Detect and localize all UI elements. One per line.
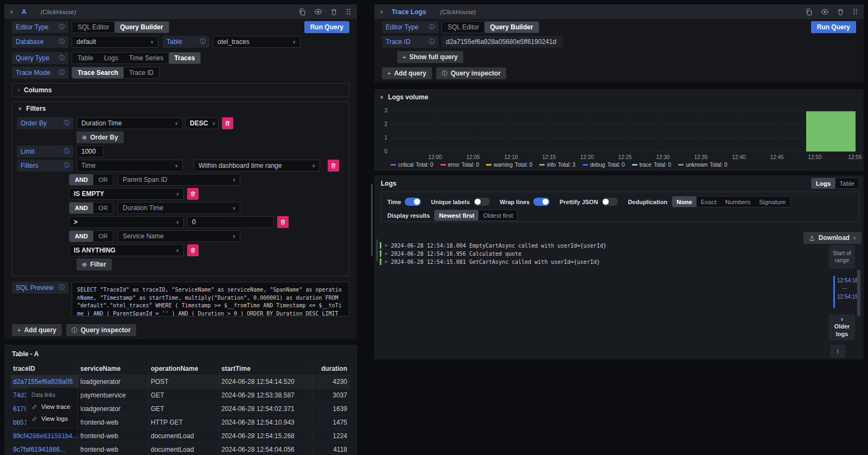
order-by-direction-select[interactable]: DESC∨ [185, 117, 219, 129]
bool-and[interactable]: AND [69, 203, 93, 213]
trace-id-input[interactable]: d2a7155ef6a928a05680e5ff6190241d [442, 36, 563, 48]
query-type-traces[interactable]: Traces [169, 53, 200, 64]
drag-handle-icon[interactable] [852, 8, 858, 15]
database-select[interactable]: default∨ [72, 36, 158, 48]
condition-operator-select[interactable]: >∨ [69, 216, 184, 228]
column-header-traceid[interactable]: traceID [11, 362, 78, 375]
order-by-field-select[interactable]: Duration Time∨ [76, 117, 183, 129]
column-header-operationname[interactable]: operationName [149, 362, 219, 375]
log-row[interactable]: > 2024-06-28 12:54:15.081 GetCartAsync c… [380, 258, 799, 266]
remove-order-by-button[interactable] [222, 117, 233, 129]
editor-type-query-builder[interactable]: Query Builder [484, 22, 538, 33]
editor-type-sql-editor[interactable]: SQL Editor [72, 22, 114, 33]
column-header-duration[interactable]: duration [312, 362, 350, 375]
add-filter-button[interactable]: ⊕Filter [76, 258, 112, 270]
remove-condition-button[interactable] [187, 244, 199, 256]
editor-type-query-builder[interactable]: Query Builder [114, 22, 168, 33]
legend-item[interactable]: unknownTotal: 0 [678, 162, 727, 168]
dedup-none[interactable]: None [672, 197, 697, 207]
legend-item[interactable]: traceTotal: 0 [632, 162, 671, 168]
trash-icon[interactable] [837, 8, 844, 16]
view-logs-menu-item[interactable]: View logs [27, 413, 78, 425]
query-ref-id[interactable]: A [22, 8, 27, 16]
bool-and[interactable]: AND [69, 231, 93, 242]
query-type-table[interactable]: Table [72, 53, 99, 64]
eye-icon[interactable] [821, 8, 829, 16]
filter-field-select[interactable]: Time∨ [76, 160, 183, 172]
info-icon[interactable]: ⓘ [64, 148, 70, 155]
condition-field-select[interactable]: Service Name∨ [118, 230, 240, 242]
volume-bar[interactable] [806, 111, 856, 151]
duplicate-icon[interactable] [805, 8, 813, 16]
download-button[interactable]: Download ∨ [803, 232, 861, 244]
wrap-lines-toggle[interactable] [533, 198, 550, 206]
display-newest-first[interactable]: Newest first [435, 210, 478, 220]
condition-operator-select[interactable]: IS ANYTHING∨ [69, 244, 184, 256]
show-full-query-button[interactable]: +Show full query [397, 51, 463, 63]
info-icon[interactable]: ⓘ [59, 23, 65, 31]
log-row[interactable]: > 2024-06-28 12:54:16.956 Calculated quo… [380, 250, 799, 257]
columns-section[interactable]: ›Columns [12, 83, 349, 97]
view-option-logs[interactable]: Logs [812, 178, 835, 188]
legend-item[interactable]: criticalTotal: 0 [391, 162, 433, 168]
editor-scrollbar[interactable] [371, 184, 373, 256]
collapse-chevron-icon[interactable]: ∨ [10, 9, 17, 15]
logs-volume-header[interactable]: ∨ Logs volume [380, 93, 428, 101]
filters-section-header[interactable]: ∨Filters [12, 102, 349, 115]
view-trace-menu-item[interactable]: View trace [27, 401, 78, 413]
legend-item[interactable]: errorTotal: 0 [441, 162, 479, 168]
info-icon[interactable]: ⓘ [200, 38, 206, 46]
trace-id-link[interactable]: d2a7155ef6a928a05 [11, 375, 78, 388]
add-order-by-button[interactable]: ⊕Order By [76, 131, 124, 143]
info-icon[interactable]: ⓘ [429, 38, 435, 46]
duplicate-icon[interactable] [298, 8, 306, 16]
remove-condition-button[interactable] [277, 216, 289, 228]
dedup-exact[interactable]: Exact [697, 197, 721, 207]
table-select[interactable]: otel_traces∨ [213, 36, 301, 48]
scroll-to-top-button[interactable]: ↑ [830, 345, 845, 358]
trace-id-link[interactable]: 9c7faf61941886... [11, 443, 78, 455]
display-oldest-first[interactable]: Oldest first [478, 210, 517, 220]
legend-item[interactable]: warningTotal: 0 [486, 162, 532, 168]
column-header-servicename[interactable]: serviceName [78, 362, 149, 375]
condition-field-select[interactable]: Duration Time∨ [118, 202, 240, 214]
bool-or[interactable]: OR [93, 231, 113, 242]
bool-or[interactable]: OR [93, 203, 113, 213]
log-expand-icon[interactable]: > [385, 251, 387, 256]
query-type-logs[interactable]: Logs [99, 53, 124, 64]
info-icon[interactable]: ⓘ [59, 69, 65, 77]
collapse-chevron-icon[interactable]: ∨ [380, 9, 387, 15]
run-query-button[interactable]: Run Query [811, 21, 856, 33]
info-icon[interactable]: ⓘ [429, 23, 435, 31]
limit-input[interactable]: 1000 [76, 146, 104, 157]
log-expand-icon[interactable]: > [385, 243, 387, 248]
time-range-select[interactable]: Within dashboard time range∨ [194, 160, 320, 172]
time-toggle[interactable] [405, 198, 421, 206]
info-icon[interactable]: ⓘ [64, 162, 70, 169]
condition-value-input[interactable]: 0 [187, 216, 274, 228]
trace-mode-trace-id[interactable]: Trace ID [124, 67, 159, 78]
trash-icon[interactable] [330, 8, 337, 16]
unique-labels-toggle[interactable] [474, 198, 490, 206]
query-title[interactable]: Trace Logs [392, 8, 426, 16]
run-query-button[interactable]: Run Query [304, 21, 349, 33]
info-icon[interactable]: ⓘ [59, 284, 65, 292]
log-row[interactable]: > 2024-06-28 12:54:18.004 EmptyCartAsync… [380, 242, 799, 249]
bool-and[interactable]: AND [69, 174, 93, 185]
view-option-table[interactable]: Table [835, 178, 859, 188]
dedup-numbers[interactable]: Numbers [721, 197, 755, 207]
info-icon[interactable]: ⓘ [64, 119, 70, 127]
log-expand-icon[interactable]: > [385, 259, 387, 264]
add-query-button[interactable]: +Add query [382, 67, 432, 79]
remove-condition-button[interactable] [187, 188, 199, 200]
legend-item[interactable]: debugTotal: 0 [583, 162, 625, 168]
condition-field-select[interactable]: Parent Span ID∨ [118, 174, 240, 186]
info-icon[interactable]: ⓘ [59, 38, 65, 46]
bool-or[interactable]: OR [93, 174, 113, 185]
trace-mode-trace-search[interactable]: Trace Search [72, 67, 124, 78]
logs-scrollbar[interactable] [857, 270, 860, 317]
query-inspector-button[interactable]: ⓘQuery inspector [436, 67, 506, 79]
trace-id-link[interactable]: 89cf4286e631591b4... [11, 429, 78, 443]
older-logs-button[interactable]: ∨ Older logs [829, 314, 855, 340]
legend-item[interactable]: infoTotal: 3 [539, 162, 575, 168]
